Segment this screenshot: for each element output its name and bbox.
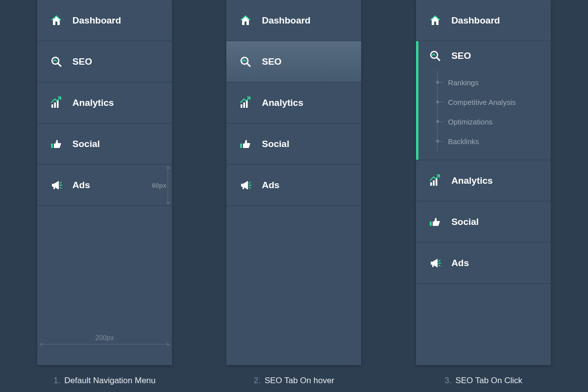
caption-text: SEO Tab On hover bbox=[265, 376, 334, 386]
megaphone-icon bbox=[50, 179, 63, 192]
nav-item-seo[interactable]: SEO bbox=[37, 41, 172, 82]
nav-item-social[interactable]: Social bbox=[226, 123, 361, 165]
nav-label: Ads bbox=[73, 180, 90, 191]
nav-label: SEO bbox=[262, 56, 281, 67]
subnav-backlinks[interactable]: Backlinks bbox=[418, 131, 551, 151]
subnav-label: Rankings bbox=[448, 78, 479, 87]
width-annotation-label: 200px bbox=[95, 334, 114, 342]
height-annotation-label: 60px bbox=[152, 182, 167, 189]
nav-item-social[interactable]: Social bbox=[37, 123, 172, 165]
megaphone-icon bbox=[239, 179, 252, 192]
nav-label: Analytics bbox=[262, 98, 303, 108]
caption-number: 1. bbox=[53, 376, 60, 386]
caption-number: 2. bbox=[254, 376, 261, 386]
nav-panel-default: Dashboard SEO Analytics Social Ads 60px … bbox=[37, 0, 172, 365]
nav-item-analytics[interactable]: Analytics bbox=[37, 82, 172, 123]
nav-label: Dashboard bbox=[262, 15, 310, 26]
nav-label: Analytics bbox=[73, 98, 114, 108]
nav-item-dashboard[interactable]: Dashboard bbox=[37, 0, 172, 41]
nav-item-ads[interactable]: Ads 60px bbox=[37, 165, 172, 206]
subnav-optimizations[interactable]: Optimizations bbox=[418, 112, 551, 131]
nav-item-analytics[interactable]: Analytics bbox=[226, 82, 361, 123]
chart-icon bbox=[429, 174, 441, 187]
chart-icon bbox=[50, 97, 63, 109]
nav-item-analytics[interactable]: Analytics bbox=[416, 160, 551, 201]
width-annotation: 200px bbox=[37, 328, 172, 347]
thumbs-up-icon bbox=[239, 138, 252, 150]
nav-label: Social bbox=[262, 139, 289, 149]
nav-item-seo-hover[interactable]: SEO bbox=[226, 41, 361, 82]
subnav-rankings[interactable]: Rankings bbox=[418, 73, 551, 92]
caption-text: Default Navigation Menu bbox=[64, 376, 155, 386]
nav-label: Ads bbox=[451, 258, 469, 269]
nav-panel-hover: Dashboard SEO Analytics Social Ads bbox=[226, 0, 361, 365]
state-default-column: Dashboard SEO Analytics Social Ads 60px … bbox=[24, 0, 185, 392]
nav-item-social[interactable]: Social bbox=[416, 201, 551, 243]
height-annotation: 60px bbox=[149, 165, 169, 206]
seo-submenu: Rankings Competitive Analysis Optimizati… bbox=[418, 71, 551, 160]
bullet-icon bbox=[436, 100, 439, 103]
megaphone-icon bbox=[429, 257, 441, 270]
bullet-icon bbox=[436, 81, 439, 84]
nav-item-dashboard[interactable]: Dashboard bbox=[226, 0, 361, 41]
nav-item-ads[interactable]: Ads bbox=[226, 165, 361, 206]
home-icon bbox=[239, 14, 252, 27]
caption-hover: 2. SEO Tab On hover bbox=[254, 376, 335, 386]
search-icon bbox=[50, 55, 63, 68]
caption-click: 3. SEO Tab On Click bbox=[444, 376, 522, 386]
home-icon bbox=[50, 14, 63, 27]
nav-label: SEO bbox=[451, 50, 471, 61]
caption-number: 3. bbox=[444, 376, 451, 386]
state-hover-column: Dashboard SEO Analytics Social Ads 2. SE… bbox=[213, 0, 375, 392]
nav-label: Social bbox=[451, 217, 479, 227]
nav-panel-expanded: Dashboard SEO Rankings Competitive Analy bbox=[416, 0, 551, 365]
subnav-label: Optimizations bbox=[448, 118, 492, 126]
nav-label: Analytics bbox=[451, 175, 492, 186]
caption-default: 1. Default Navigation Menu bbox=[53, 376, 155, 386]
caption-text: SEO Tab On Click bbox=[455, 376, 522, 386]
nav-label: SEO bbox=[73, 56, 92, 67]
bullet-icon bbox=[436, 120, 439, 123]
subnav-label: Backlinks bbox=[448, 137, 479, 146]
nav-label: Ads bbox=[262, 180, 279, 191]
subnav-competitive-analysis[interactable]: Competitive Analysis bbox=[418, 92, 551, 112]
thumbs-up-icon bbox=[429, 216, 441, 228]
nav-item-seo-expanded: SEO Rankings Competitive Analysis Optimi… bbox=[416, 41, 551, 160]
search-icon bbox=[429, 49, 441, 62]
nav-item-dashboard[interactable]: Dashboard bbox=[416, 0, 551, 41]
subnav-label: Competitive Analysis bbox=[448, 98, 515, 106]
nav-label: Dashboard bbox=[451, 15, 500, 26]
chart-icon bbox=[239, 97, 252, 109]
nav-item-seo[interactable]: SEO bbox=[418, 41, 551, 71]
state-click-column: Dashboard SEO Rankings Competitive Analy bbox=[403, 0, 564, 392]
nav-label: Social bbox=[73, 139, 100, 149]
home-icon bbox=[429, 14, 441, 27]
search-icon bbox=[239, 55, 252, 68]
thumbs-up-icon bbox=[50, 138, 63, 150]
bullet-icon bbox=[436, 140, 439, 143]
nav-label: Dashboard bbox=[73, 15, 121, 26]
nav-item-ads[interactable]: Ads bbox=[416, 243, 551, 284]
